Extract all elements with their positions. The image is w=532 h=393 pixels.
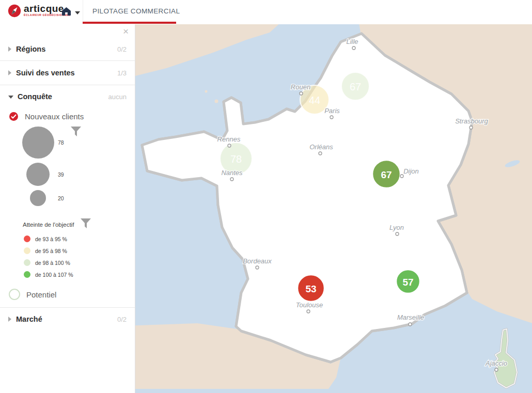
home-icon [61, 6, 72, 18]
filter-funnel-icon[interactable] [80, 218, 91, 231]
bubble-67-nord[interactable]: 67 [341, 72, 369, 100]
legend-label: de 100 à 107 % [35, 272, 73, 278]
svg-text:Lyon: Lyon [389, 224, 404, 231]
bubble-size-legend: 78 39 20 [0, 124, 135, 212]
legend-item-93-95[interactable]: de 93 à 95 % [24, 233, 135, 245]
filter-sidebar: × Régions 0/2 Suivi des ventes 1/3 Conqu… [0, 24, 135, 393]
svg-text:Lille: Lille [346, 38, 358, 45]
channel-island [205, 90, 208, 93]
size-legend-value: 39 [58, 171, 64, 178]
caret-right-icon [8, 70, 11, 75]
size-legend-circle-medium [26, 163, 50, 186]
bubble-value: 78 [230, 153, 242, 165]
color-swatch [24, 247, 30, 254]
size-legend-value: 20 [58, 195, 64, 201]
legend-label: de 93 à 95 % [35, 236, 67, 242]
color-legend: de 93 à 95 % de 95 à 98 % de 98 à 100 % … [24, 233, 135, 280]
layer-toggle-potentiel[interactable]: Potentiel [9, 289, 135, 300]
sidebar-section-suivi-des-ventes[interactable]: Suivi des ventes 1/3 [0, 61, 135, 85]
svg-text:Nantes: Nantes [221, 169, 243, 177]
layer-label: Nouveaux clients [25, 112, 84, 121]
legend-item-100-107[interactable]: de 100 à 107 % [24, 269, 135, 280]
section-count: 0/2 [117, 316, 127, 323]
layer-toggle-nouveaux-clients[interactable]: Nouveaux clients [9, 112, 135, 121]
svg-text:Orléans: Orléans [309, 143, 333, 151]
size-legend-circle-small [30, 190, 46, 206]
svg-text:Bordeaux: Bordeaux [243, 257, 272, 265]
color-swatch [24, 235, 30, 242]
section-count: 0/2 [117, 45, 127, 53]
bubble-value: 67 [350, 81, 361, 92]
chevron-down-icon [75, 11, 80, 14]
legend-item-98-100[interactable]: de 98 à 100 % [24, 257, 135, 269]
svg-text:Paris: Paris [324, 107, 340, 115]
section-label: Régions [16, 45, 45, 53]
svg-text:Rennes: Rennes [217, 135, 241, 143]
bubble-67-est[interactable]: 67 [372, 160, 400, 188]
conquete-panel: Nouveaux clients 78 39 20 Atteinte de l'… [0, 112, 135, 300]
sidebar-section-regions[interactable]: Régions 0/2 [0, 38, 135, 60]
layer-label: Potentiel [26, 290, 56, 299]
size-legend-circle-large [22, 127, 54, 159]
filter-funnel-icon[interactable] [70, 126, 82, 139]
app-header: articque ÉCLAIREUR GÉODÉCISIONNEL PILOTA… [0, 0, 532, 24]
caret-down-icon [8, 96, 13, 99]
bubble-value: 44 [309, 95, 320, 106]
map-canvas[interactable]: 44 67 78 67 53 57 Lille Rouen Paris Renn… [135, 24, 532, 393]
color-swatch [24, 259, 30, 266]
bubble-value: 53 [305, 284, 316, 294]
svg-text:Ajaccio: Ajaccio [485, 359, 507, 367]
sidebar-section-marche[interactable]: Marché 0/2 [0, 308, 135, 331]
color-swatch [24, 271, 30, 278]
tab-pilotage-commercial[interactable]: PILOTAGE COMMERCIAL [83, 0, 189, 22]
section-label: Marché [16, 315, 42, 323]
active-tab-underline [83, 22, 176, 24]
sidebar-section-conquete[interactable]: Conquête aucun [0, 85, 135, 108]
svg-text:Toulouse: Toulouse [296, 301, 323, 309]
svg-text:Dijon: Dijon [403, 167, 419, 175]
svg-text:Strasbourg: Strasbourg [455, 117, 488, 125]
unchecked-circle-icon [9, 289, 20, 300]
section-label: Conquête [18, 92, 52, 101]
color-legend-title: Atteinte de l'objectif [23, 222, 74, 228]
section-label: Suivi des ventes [16, 69, 75, 77]
bubble-57[interactable]: 57 [396, 270, 420, 293]
svg-text:Marseille: Marseille [397, 313, 424, 321]
close-icon[interactable]: × [123, 26, 129, 36]
section-count: 1/3 [117, 69, 127, 77]
legend-label: de 95 à 98 % [35, 248, 67, 254]
home-button[interactable] [61, 6, 80, 18]
svg-text:Rouen: Rouen [291, 83, 310, 91]
legend-item-95-98[interactable]: de 95 à 98 % [24, 245, 135, 257]
compass-icon [7, 4, 22, 20]
checked-icon [9, 112, 18, 121]
bubble-53[interactable]: 53 [298, 275, 324, 302]
caret-right-icon [8, 46, 11, 52]
caret-right-icon [8, 317, 11, 322]
legend-label: de 98 à 100 % [35, 260, 70, 266]
section-count: aucun [108, 93, 127, 101]
bubble-value: 67 [381, 169, 392, 180]
size-legend-value: 78 [58, 139, 64, 146]
bubble-value: 57 [402, 277, 413, 288]
channel-island [215, 100, 218, 103]
